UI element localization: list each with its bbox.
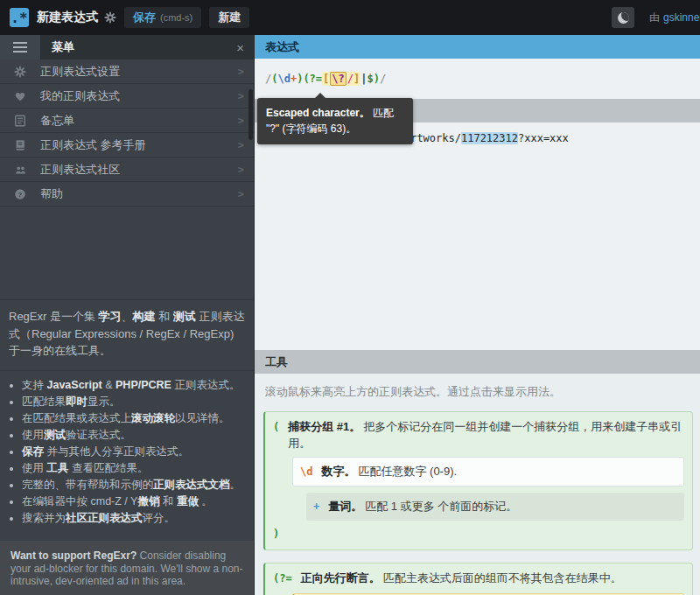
regex-token[interactable]: | [360,73,367,85]
close-icon[interactable]: × [236,35,244,60]
regex-token[interactable]: ) [297,73,303,85]
gskinner-link[interactable]: gskinner [663,11,700,24]
regex-token[interactable]: [ [323,73,329,85]
community-icon [0,164,40,176]
token-digit: \d [300,464,312,480]
explain-hint: 滚动鼠标来高亮上方的正则表达式。通过点击来显示用法。 [263,382,693,411]
chevron-right-icon: > [238,66,244,78]
explain-row-group[interactable]: ( 捕获分组 #1。把多个标记分在同一组并创建一个捕获分组，用来创建子串或引用。 [273,418,684,452]
regexr-logo[interactable]: .* [10,8,29,27]
menu-header: 菜单 × [0,35,254,60]
token-plus: + [313,499,319,515]
sidebar-item-my-patterns[interactable]: 我的正则表达式 > [0,84,254,108]
chevron-right-icon: > [238,90,244,102]
token-group-open: ( [273,419,279,436]
theme-toggle-button[interactable] [612,7,634,28]
help-icon: ? [0,188,40,200]
explain-row-quantifier[interactable]: + 量词。匹配 1 或更多 个前面的标记。 [313,498,677,515]
token-tooltip: Escaped character。 匹配 "?" (字符编码 63)。 [257,98,413,144]
explain-row-digit[interactable]: \d 数字。匹配任意数字 (0-9). [300,463,676,480]
feature-item: 保存 并与其他人分享正则表达式。 [22,444,247,459]
feature-item: 在编辑器中按 cmd-Z / Y撤销 和 重做 。 [22,494,247,509]
explain-text: 数字。匹配任意数字 (0-9). [321,463,457,480]
sidebar-item-cheatsheet[interactable]: 备忘单 > [0,108,254,133]
regex-token[interactable]: \? [330,72,346,86]
regex-token[interactable]: / [347,73,354,85]
sidebar-item-reference[interactable]: 正则表达式 参考手册 > [0,133,254,158]
explain-quantifier-card[interactable]: + 量词。匹配 1 或更多 个前面的标记。 [306,493,684,521]
regex-token[interactable]: + [290,73,297,85]
sidebar-scrollbar-thumb[interactable] [248,89,253,140]
chevron-right-icon: > [238,115,244,127]
byline: 由gskinner [649,10,700,25]
topbar-right: 由gskinner [612,0,700,35]
sidebar-item-community[interactable]: 正则表达式社区 > [0,158,254,182]
expression-header: 表达式 [255,35,700,59]
pattern-settings-gear-icon[interactable] [104,11,116,24]
tooltip-title: Escaped character。 [266,107,370,119]
token-group-close: ) [273,526,279,542]
moon-icon [618,12,629,24]
heart-icon [0,90,40,102]
menu-title: 菜单 [52,39,74,55]
explain-row-lookahead[interactable]: (?= 正向先行断言。匹配主表达式后面的组而不将其包含在结果中。 [273,570,684,587]
explain-text: 捕获分组 #1。把多个标记分在同一组并创建一个捕获分组，用来创建子串或引用。 [288,418,684,452]
chevron-right-icon: > [238,164,244,176]
tools-header: 工具 [255,350,700,374]
book-icon [0,139,40,151]
pattern-title[interactable]: 新建表达式 [37,10,98,25]
test-text-after: ?xxx=xxx [518,132,569,144]
new-button[interactable]: 新建 [209,7,249,28]
feature-item: 使用测试验证表达式。 [22,428,247,443]
regex-token[interactable]: / [265,73,271,85]
explain-capture-group[interactable]: ( 捕获分组 #1。把多个标记分在同一组并创建一个捕获分组，用来创建子串或引用。… [263,411,693,550]
chevron-right-icon: > [238,188,244,200]
explain-row-group-close[interactable]: ) [273,526,684,542]
ad-notice: Want to support RegExr? Consider disabli… [0,541,254,595]
sidebar: 菜单 × 正则表达式设置 > 我的正则表达式 > [0,35,254,595]
regex-token[interactable]: ( [271,73,277,85]
gear-icon [0,66,40,78]
sidebar-item-settings[interactable]: 正则表达式设置 > [0,60,254,84]
chevron-right-icon: > [238,139,244,151]
feature-item: 搜索并为社区正则表达式评分。 [22,511,247,526]
regex-token[interactable]: (?= [303,73,322,85]
match-highlight[interactable]: 117212312 [461,132,518,144]
expression-header-label: 表达式 [265,39,299,55]
feature-item: 在匹配结果或表达式上滚动滚轮以见详情。 [22,411,247,426]
regex-token[interactable]: \d [277,73,290,85]
explain-digit-card[interactable]: \d 数字。匹配任意数字 (0-9). [292,457,684,486]
explain-panel: 滚动鼠标来高亮上方的正则表达式。通过点击来显示用法。 ( 捕获分组 #1。把多个… [255,374,700,595]
feature-list: 支持 JavaScript & PHP/PCRE 正则表达式。 匹配结果即时显示… [0,370,254,535]
cheatsheet-icon [0,115,40,127]
top-bar: .* 新建表达式 保存 (cmd-s) 新建 由gskinner [0,0,700,35]
feature-item: 完整的、带有帮助和示例的正则表达式文档。 [22,478,247,493]
feature-item: 支持 JavaScript & PHP/PCRE 正则表达式。 [22,378,247,393]
test-text-input[interactable]: https://www.pixiv.net/artworks/117212312… [255,122,700,350]
sidebar-info: RegExr 是一个集 学习、构建 和 测试 正则表达式（Regular Exp… [0,299,254,535]
regex-token[interactable]: ) [374,73,380,85]
token-lookahead: (?= [273,570,292,587]
feature-item: 使用 工具 查看匹配结果。 [22,461,247,476]
explain-lookahead-group[interactable]: (?= 正向先行断言。匹配主表达式后面的组而不将其包含在结果中。 [ 字符集。匹… [263,563,693,595]
save-button[interactable]: 保存 (cmd-s) [124,7,201,28]
main-panel: 表达式 /(\d+)(?=[\?/]|$)/ https://www.pixiv… [254,35,700,595]
app-description: RegExr 是一个集 学习、构建 和 测试 正则表达式（Regular Exp… [0,299,254,368]
menu-toggle-button[interactable] [0,35,40,60]
svg-text:?: ? [18,190,23,198]
tools-header-label: 工具 [265,354,288,370]
feature-item: 匹配结果即时显示。 [22,395,247,410]
explain-text: 正向先行断言。匹配主表达式后面的组而不将其包含在结果中。 [301,570,622,586]
explain-text: 量词。匹配 1 或更多 个前面的标记。 [328,498,517,514]
hamburger-icon [13,42,27,52]
sidebar-item-help[interactable]: ? 帮助 > [0,182,254,206]
regex-token[interactable]: / [380,73,386,85]
regex-token[interactable]: ] [354,73,360,85]
regex-token[interactable]: $ [367,73,373,85]
charset-highlight: [\?/] [322,72,360,86]
save-shortcut-hint: (cmd-s) [160,12,192,23]
